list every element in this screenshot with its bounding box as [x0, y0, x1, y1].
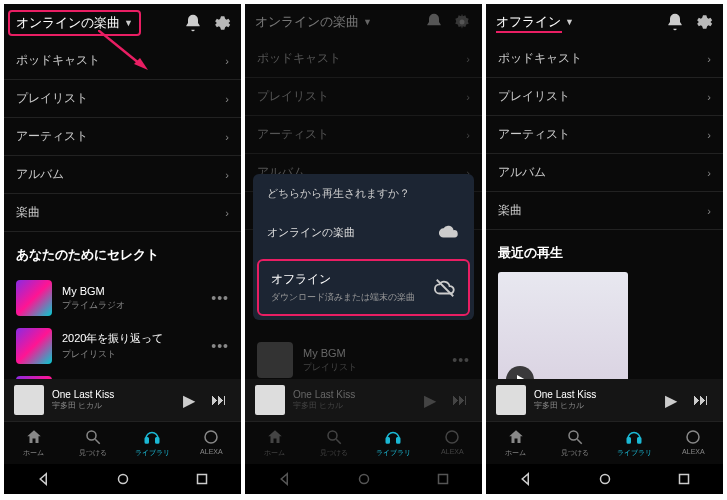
category-album[interactable]: アルバム› [486, 154, 723, 192]
play-icon[interactable]: ▶ [179, 391, 199, 410]
thumbnail [16, 280, 52, 316]
list-item: My BGMプレイリスト••• [245, 336, 482, 379]
chevron-down-icon: ▼ [565, 17, 574, 27]
play-icon[interactable]: ▶ [420, 391, 440, 410]
tab-home[interactable]: ホーム [486, 422, 545, 464]
gear-icon[interactable] [693, 12, 713, 32]
gear-icon[interactable] [211, 13, 231, 33]
svg-point-7 [118, 475, 127, 484]
gear-icon[interactable] [452, 12, 472, 32]
np-artist: 宇多田 ヒカル [52, 400, 171, 411]
list-item[interactable]: My BGMプライムラジオ••• [4, 274, 241, 322]
category-artist[interactable]: アーティスト› [486, 116, 723, 154]
svg-rect-5 [156, 438, 159, 443]
cloud-icon [438, 221, 460, 243]
screen-1: オンラインの楽曲 ▼ ポッドキャスト› プレイリスト› アーティスト› アルバム… [4, 4, 241, 494]
library-mode-dropdown[interactable]: オンラインの楽曲 ▼ [8, 10, 141, 36]
bell-icon[interactable] [183, 13, 203, 33]
screen-3: オフライン ▼ ポッドキャスト› プレイリスト› アーティスト› アルバム› 楽… [486, 4, 723, 494]
tab-library[interactable]: ライブラリ [364, 422, 423, 464]
back-key[interactable] [517, 470, 535, 488]
play-icon[interactable]: ▶ [661, 391, 681, 410]
more-icon[interactable]: ••• [211, 338, 229, 354]
category-podcast[interactable]: ポッドキャスト› [4, 42, 241, 80]
tab-library[interactable]: ライブラリ [123, 422, 182, 464]
option-online[interactable]: オンラインの楽曲 [253, 209, 474, 255]
content: ポッドキャスト› プレイリスト› アーティスト› アルバム› 楽曲› あなたのた… [4, 42, 241, 379]
category-playlist[interactable]: プレイリスト› [4, 80, 241, 118]
tab-find[interactable]: 見つける [63, 422, 122, 464]
tab-home[interactable]: ホーム [245, 422, 304, 464]
more-icon[interactable]: ••• [211, 290, 229, 306]
home-key[interactable] [114, 470, 132, 488]
recent-key[interactable] [675, 470, 693, 488]
back-key[interactable] [35, 470, 53, 488]
svg-point-15 [446, 431, 458, 443]
tab-alexa[interactable]: ALEXA [182, 422, 241, 464]
category-playlist: プレイリスト› [245, 78, 482, 116]
album-card[interactable]: One Last Kiss ULTRA HD [486, 272, 723, 379]
next-icon[interactable]: ⏭ [207, 391, 231, 409]
category-artist: アーティスト› [245, 116, 482, 154]
svg-line-19 [577, 439, 582, 444]
option-offline[interactable]: オフライン ダウンロード済みまたは端末の楽曲 [257, 259, 470, 316]
category-artist[interactable]: アーティスト› [4, 118, 241, 156]
svg-point-2 [87, 431, 96, 440]
recent-key[interactable] [434, 470, 452, 488]
np-thumbnail [496, 385, 526, 415]
header: オフライン ▼ [486, 4, 723, 40]
tab-alexa[interactable]: ALEXA [423, 422, 482, 464]
np-thumbnail [255, 385, 285, 415]
svg-rect-17 [438, 475, 447, 484]
tab-alexa[interactable]: ALEXA [664, 422, 723, 464]
header: オンラインの楽曲 ▼ [245, 4, 482, 40]
svg-rect-13 [386, 438, 389, 443]
tab-find[interactable]: 見つける [545, 422, 604, 464]
home-key[interactable] [596, 470, 614, 488]
svg-rect-21 [638, 438, 641, 443]
back-key[interactable] [276, 470, 294, 488]
tab-bar: ホーム 見つける ライブラリ ALEXA [4, 421, 241, 464]
svg-rect-4 [145, 438, 148, 443]
category-songs[interactable]: 楽曲› [486, 192, 723, 230]
category-playlist[interactable]: プレイリスト› [486, 78, 723, 116]
recent-key[interactable] [193, 470, 211, 488]
tab-bar: ホーム 見つける ライブラリ ALEXA [486, 421, 723, 464]
next-icon[interactable]: ⏭ [448, 391, 472, 409]
now-playing-bar[interactable]: One Last Kiss宇多田 ヒカル ▶ ⏭ [486, 379, 723, 421]
svg-line-3 [95, 439, 100, 444]
np-title: One Last Kiss [52, 389, 171, 400]
tab-find[interactable]: 見つける [304, 422, 363, 464]
bell-icon[interactable] [424, 12, 444, 32]
header: オンラインの楽曲 ▼ [4, 4, 241, 42]
svg-rect-8 [197, 475, 206, 484]
list-item[interactable]: My ディスカバリープレイリスト••• [4, 370, 241, 379]
category-album[interactable]: アルバム› [4, 156, 241, 194]
np-thumbnail [14, 385, 44, 415]
now-playing-bar[interactable]: One Last Kiss宇多田 ヒカル ▶ ⏭ [4, 379, 241, 421]
tab-home[interactable]: ホーム [4, 422, 63, 464]
home-key[interactable] [355, 470, 373, 488]
chevron-right-icon: › [225, 131, 229, 143]
svg-point-11 [328, 431, 337, 440]
section-title: あなたのためにセレクト [4, 232, 241, 274]
chevron-right-icon: › [225, 93, 229, 105]
svg-point-18 [569, 431, 578, 440]
next-icon[interactable]: ⏭ [689, 391, 713, 409]
category-songs[interactable]: 楽曲› [4, 194, 241, 232]
android-nav [486, 464, 723, 494]
thumbnail [16, 328, 52, 364]
play-button[interactable] [506, 366, 534, 379]
list-item[interactable]: 2020年を振り返ってプレイリスト••• [4, 322, 241, 370]
bell-icon[interactable] [665, 12, 685, 32]
now-playing-bar[interactable]: One Last Kiss宇多田 ヒカル ▶ ⏭ [245, 379, 482, 421]
tab-library[interactable]: ライブラリ [605, 422, 664, 464]
category-podcast[interactable]: ポッドキャスト› [486, 40, 723, 78]
header-title: オフライン [496, 13, 561, 31]
svg-point-23 [600, 475, 609, 484]
svg-point-6 [205, 431, 217, 443]
chevron-right-icon: › [225, 207, 229, 219]
library-mode-dropdown[interactable]: オフライン ▼ [496, 13, 574, 31]
mode-selector-sheet: どちらから再生されますか？ オンラインの楽曲 オフライン ダウンロード済みまたは… [253, 174, 474, 320]
library-mode-dropdown[interactable]: オンラインの楽曲 ▼ [255, 13, 372, 31]
